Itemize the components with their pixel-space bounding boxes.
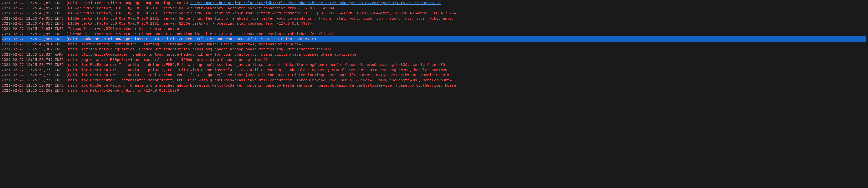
log-timestamp: 2021-02-27 12:25:49,959 (2, 32, 53, 36)
log-thread: [NIOServerCxn.Factory:0.0.0.0/0.0.0.0:21… (66, 11, 161, 15)
log-message: server.NIOServerCnxn: Processing stat co… (163, 21, 312, 26)
log-line: 2021-02-27 12:25:49,952 INFO [NIOServerC… (2, 6, 866, 11)
log-line: 2021-02-27 12:25:49,838 INFO [main] pers… (2, 1, 866, 6)
log-timestamp: 2021-02-27 12:25:50,334 (2, 52, 53, 57)
log-line: 2021-02-27 12:25:50,779 INFO [main] ipc.… (2, 78, 866, 83)
log-timestamp: 2021-02-27 12:25:51,209 (2, 88, 53, 92)
log-timestamp: 2021-02-27 12:25:49,964 (2, 42, 53, 46)
log-thread: [NIOServerCxn.Factory:0.0.0.0/0.0.0.0:21… (66, 6, 161, 10)
log-message: server.NIOServerCnxnFactory: Accepted so… (163, 6, 334, 10)
log-line: 2021-02-27 12:25:49,958 INFO [Thread-0] … (2, 26, 866, 32)
log-line: 2021-02-27 12:25:50,924 INFO [main] ipc.… (2, 83, 866, 88)
log-level: INFO (55, 68, 64, 72)
log-timestamp: 2021-02-27 12:25:50,776 (2, 63, 53, 67)
log-message: metrics.MetricRegistries: Loaded MetricR… (81, 47, 332, 51)
log-thread: [main] (66, 73, 79, 77)
log-line: 2021-02-27 12:25:49,964 INFO [main] mast… (2, 42, 866, 47)
log-message: server.NIOServerCnxn: Stat command outpu… (90, 27, 181, 31)
log-thread: [main] (66, 63, 79, 67)
log-level: INFO (55, 27, 64, 31)
log-timestamp: 2021-02-27 12:25:50,778 (2, 68, 53, 72)
log-message: server.NIOServerCnxn: Closed socket conn… (90, 32, 334, 36)
log-timestamp: 2021-02-27 12:25:50,747 (2, 58, 53, 62)
log-message: ipc.RpcExecutor: Instantiated replicatio… (81, 73, 452, 77)
log-line: 2021-02-27 12:25:50,779 INFO [main] ipc.… (2, 72, 866, 78)
log-line: 2021-02-27 12:25:49,956 INFO [NIOServerC… (2, 16, 866, 21)
log-line: 2021-02-27 12:25:49,961 INFO [main] zook… (2, 37, 866, 42)
log-level: INFO (55, 83, 64, 87)
log-level: INFO (55, 32, 64, 36)
log-thread: [NIOServerCxn.Factory:0.0.0.0/0.0.0.0:21… (66, 16, 161, 21)
log-level: INFO (55, 63, 64, 67)
log-timestamp: 2021-02-27 12:25:49,958 (2, 27, 53, 31)
log-message: ipc.RpcExecutor: Instantiated metaPriori… (81, 78, 454, 82)
log-thread: [main] (66, 37, 79, 41)
log-level: INFO (55, 73, 64, 77)
log-level: INFO (55, 47, 64, 51)
log-level: INFO (55, 11, 64, 15)
log-message: zookeeper.MiniZooKeeperCluster: Started … (81, 37, 316, 41)
log-output: 2021-02-27 12:25:49,838 INFO [main] pers… (2, 1, 866, 93)
log-message: server.ServerCnxn: The list of enabled f… (163, 16, 454, 21)
log-level: INFO (55, 37, 64, 41)
log-thread: [main] (66, 88, 79, 92)
log-thread: [main] (66, 42, 79, 46)
log-line: 2021-02-27 12:25:50,307 INFO [main] metr… (2, 47, 866, 52)
log-thread: [main] (66, 47, 79, 51)
log-timestamp: 2021-02-27 12:25:50,924 (2, 83, 53, 87)
log-timestamp: 2021-02-27 12:25:50,779 (2, 78, 53, 82)
log-level: WARN (55, 52, 64, 57)
log-message: regionserver.RSRpcServices: master/local… (81, 58, 268, 62)
log-message: util.NativeCodeLoader: Unable to load na… (81, 52, 356, 57)
log-timestamp: 2021-02-27 12:25:49,838 (2, 1, 53, 5)
log-message: ipc.RpcExecutor: Instantiated default.FP… (81, 63, 445, 67)
log-line: 2021-02-27 12:25:50,334 WARN [main] util… (2, 52, 866, 57)
log-thread: [main] (66, 83, 79, 87)
log-line: 2021-02-27 12:25:51,209 INFO [main] ipc.… (2, 88, 866, 93)
log-line: 2021-02-27 12:25:49,959 INFO [Thread-0] … (2, 32, 866, 37)
log-line: 2021-02-27 12:25:50,776 INFO [main] ipc.… (2, 62, 866, 68)
log-timestamp: 2021-02-27 12:25:49,952 (2, 6, 53, 10)
log-link[interactable]: /Users/mac/other_project/cloudera/jdk15/… (190, 1, 441, 5)
log-level: INFO (55, 6, 64, 10)
log-message: ipc.RpcServerFactory: Creating org.apach… (81, 83, 456, 87)
log-level: INFO (55, 16, 64, 21)
log-message: master.HMasterCommandLine: Starting up i… (81, 42, 303, 46)
log-thread: [main] (66, 78, 79, 82)
log-message: server.ServerCnxn: The list of known fou… (163, 11, 456, 15)
log-timestamp: 2021-02-27 12:25:50,779 (2, 73, 53, 77)
log-level: INFO (55, 42, 64, 46)
log-timestamp: 2021-02-27 12:25:49,956 (2, 16, 53, 21)
log-message: persistence.FileTxnSnapLog: Snapshotting… (81, 1, 190, 5)
log-line: 2021-02-27 12:25:50,747 INFO [main] regi… (2, 57, 866, 63)
log-thread: [Thread-0] (66, 27, 88, 31)
log-thread: [NIOServerCxn.Factory:0.0.0.0/0.0.0.0:21… (66, 21, 161, 26)
log-level: INFO (55, 58, 64, 62)
log-line: 2021-02-27 12:25:50,778 INFO [main] ipc.… (2, 68, 866, 73)
log-line: 2021-02-27 12:25:49,956 INFO [NIOServerC… (2, 21, 866, 26)
log-level: INFO (55, 1, 64, 5)
log-level: INFO (55, 78, 64, 82)
log-thread: [main] (66, 1, 79, 5)
log-thread: [Thread-0] (66, 32, 88, 36)
log-level: INFO (55, 88, 64, 92)
log-message: ipc.NettyRpcServer: Bind to /127.0.0.1:1… (81, 88, 179, 92)
log-message: ipc.RpcExecutor: Instantiated priority.F… (81, 68, 447, 72)
log-timestamp: 2021-02-27 12:25:49,961 (2, 37, 53, 41)
log-level: INFO (55, 21, 64, 26)
log-thread: [main] (66, 52, 79, 57)
log-thread: [main] (66, 68, 79, 72)
log-timestamp: 2021-02-27 12:25:50,307 (2, 47, 53, 51)
log-thread: [main] (66, 58, 79, 62)
log-timestamp: 2021-02-27 12:25:49,956 (2, 21, 53, 26)
log-timestamp: 2021-02-27 12:25:49,956 (2, 11, 53, 15)
log-line: 2021-02-27 12:25:49,956 INFO [NIOServerC… (2, 11, 866, 16)
